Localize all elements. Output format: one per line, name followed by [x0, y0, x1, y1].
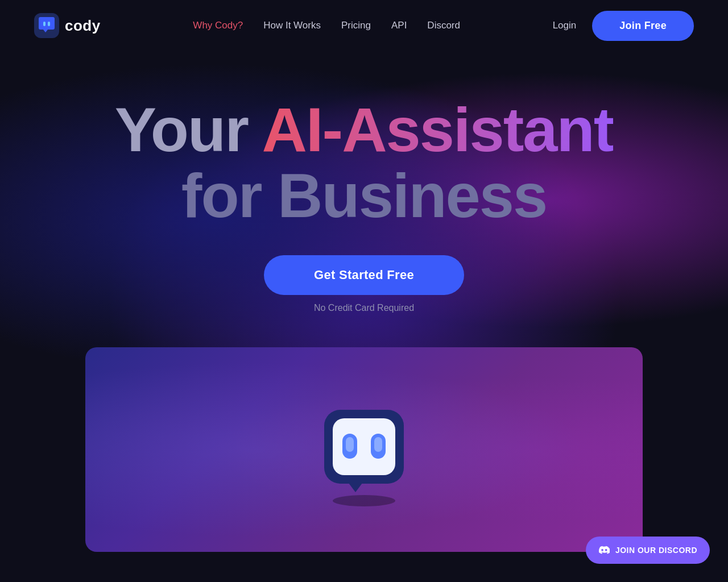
discord-float-button[interactable]: JOIN OUR DISCORD: [586, 537, 710, 564]
join-free-button[interactable]: Join Free: [592, 11, 694, 41]
discord-button-label: JOIN OUR DISCORD: [615, 546, 697, 555]
svg-rect-1: [43, 22, 46, 26]
navbar: cody Why Cody? How It Works Pricing API …: [0, 0, 728, 51]
nav-discord[interactable]: Discord: [427, 20, 460, 31]
nav-how-it-works[interactable]: How It Works: [263, 20, 321, 31]
logo-link[interactable]: cody: [34, 13, 101, 38]
svg-rect-9: [374, 437, 382, 452]
svg-rect-5: [333, 418, 395, 475]
demo-card-wrapper: [0, 347, 728, 552]
brand-name: cody: [65, 17, 101, 35]
cody-bot-illustration: [313, 393, 415, 506]
hero-title-line2: for Business: [0, 163, 728, 228]
login-link[interactable]: Login: [553, 20, 577, 31]
hero-section: Your AI-Assistant for Business Get Start…: [0, 51, 728, 347]
nav-pricing[interactable]: Pricing: [341, 20, 371, 31]
hero-title-prefix: Your: [115, 94, 262, 164]
hero-title: Your AI-Assistant for Business: [0, 97, 728, 228]
hero-title-gradient: AI-Assistant: [262, 94, 614, 164]
hero-cta-area: Get Started Free No Credit Card Required: [0, 255, 728, 313]
discord-icon: [598, 544, 610, 556]
svg-rect-7: [346, 437, 354, 452]
nav-why-cody[interactable]: Why Cody?: [193, 20, 243, 31]
nav-right: Login Join Free: [553, 11, 694, 41]
no-credit-card-text: No Credit Card Required: [314, 303, 414, 313]
demo-card: [85, 347, 643, 552]
nav-links: Why Cody? How It Works Pricing API Disco…: [193, 20, 460, 31]
svg-point-3: [333, 495, 395, 506]
nav-api[interactable]: API: [391, 20, 407, 31]
cody-logo-icon: [34, 13, 59, 38]
get-started-button[interactable]: Get Started Free: [264, 255, 464, 295]
svg-rect-2: [48, 22, 50, 26]
